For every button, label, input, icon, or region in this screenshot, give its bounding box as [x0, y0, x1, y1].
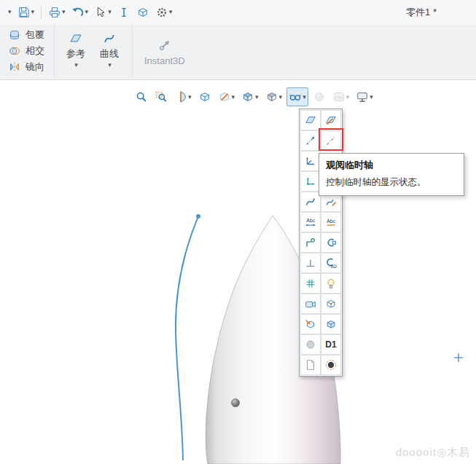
view-bounding-box-toggle[interactable] — [321, 314, 341, 334]
sketch-point-marker[interactable] — [454, 353, 463, 362]
view-planes-toggle[interactable] — [300, 110, 321, 130]
axes-icon — [304, 134, 317, 147]
dimension-name-label: D1 — [325, 339, 336, 350]
zoom-area-button[interactable] — [152, 87, 170, 106]
bounding-box-icon — [324, 318, 338, 331]
view-sheets-toggle[interactable] — [300, 355, 321, 375]
view-curves-toggle[interactable] — [300, 192, 321, 212]
view-coordinate-systems-toggle[interactable] — [300, 151, 321, 171]
annotations-icon — [324, 216, 338, 229]
save-button[interactable]: ▾ — [16, 4, 36, 20]
section-view-button[interactable]: ▾ — [172, 87, 194, 106]
undo-button[interactable]: ▾ — [70, 4, 90, 20]
print-button[interactable]: ▾ — [47, 4, 67, 20]
spline-endpoint[interactable] — [196, 214, 200, 219]
appearance-ball-icon — [313, 90, 326, 103]
chevron-down-icon: ▾ — [279, 94, 283, 101]
coordinate-system-icon — [304, 154, 317, 168]
zoom-fit-button[interactable] — [133, 87, 150, 106]
chevron-down-icon: ▾ — [303, 94, 306, 101]
monitor-icon — [356, 90, 369, 103]
select-button[interactable]: ▾ — [93, 4, 113, 20]
view-decals-toggle[interactable] — [321, 294, 341, 314]
ambient-occlusion-toggle[interactable] — [321, 355, 341, 375]
options-button[interactable]: ▾ — [154, 4, 174, 20]
measure-icon — [117, 6, 130, 19]
ribbon-group-features: 包覆 相交 镜向 — [4, 25, 55, 78]
toolbar-separator — [41, 6, 42, 19]
curves-button[interactable]: 曲线 ▾ — [97, 30, 122, 70]
view-sketch-planes-toggle[interactable] — [321, 232, 341, 253]
view-axes-toggle[interactable] — [300, 130, 321, 151]
instant3d-button[interactable]: Instant3D — [133, 25, 197, 78]
view-3d-sketch-planes-toggle[interactable] — [321, 253, 341, 273]
apply-scene-button[interactable]: ▾ — [330, 87, 352, 106]
wireframe-button[interactable] — [196, 87, 214, 106]
sketch-spline-curve[interactable] — [176, 216, 198, 460]
ribbon-group-reference: 参考 ▾ 曲线 ▾ — [55, 25, 133, 78]
sketch-view-icon — [218, 90, 231, 103]
hide-show-items-button[interactable]: ▾ — [286, 87, 308, 106]
sketches-icon — [324, 195, 338, 208]
gray-ball-icon — [304, 338, 317, 351]
planes-icon — [304, 114, 317, 127]
reference-geometry-button[interactable]: 参考 ▾ — [63, 30, 88, 70]
view-settings-button[interactable]: ▾ — [354, 87, 375, 106]
chevron-down-icon: ▾ — [108, 9, 112, 15]
chevron-down-icon: ▾ — [62, 9, 66, 15]
model-viewport[interactable]: dooooit◎木易 — [0, 80, 476, 464]
mirror-button[interactable]: 镜向 — [6, 60, 47, 74]
view-grid-toggle[interactable] — [300, 273, 321, 294]
display-style-button[interactable]: ▾ — [263, 87, 285, 106]
save-icon — [17, 6, 31, 19]
wrap-button[interactable]: 包覆 — [6, 28, 47, 42]
dimension-names-toggle[interactable]: D1 — [321, 334, 341, 355]
view-live-section-toggle[interactable] — [321, 110, 341, 130]
model-sphere-feature[interactable] — [232, 399, 240, 407]
menu-flyout-button[interactable]: ▾ — [6, 7, 13, 17]
instant3d-label: Instant3D — [144, 55, 185, 66]
tooltip-title: 观阅临时轴 — [326, 159, 457, 172]
chevron-down-icon: ▾ — [169, 9, 173, 15]
ambient-occlusion-icon — [324, 358, 338, 371]
wireframe-cube-icon — [198, 90, 211, 103]
chevron-down-icon: ▾ — [108, 62, 112, 68]
view-lights-toggle[interactable] — [321, 273, 341, 294]
watermark: dooooit◎木易 — [396, 446, 470, 460]
view-dimensions-toggle[interactable] — [300, 212, 321, 232]
gear-icon — [155, 6, 168, 19]
view-annotations-toggle[interactable] — [321, 212, 341, 232]
zoom-fit-icon — [135, 90, 148, 103]
sketch-relations-icon — [304, 236, 317, 249]
sheet-icon — [304, 358, 317, 371]
section-view-icon — [174, 90, 187, 103]
zoom-area-icon — [155, 90, 168, 103]
view-orientation-button[interactable]: ▾ — [239, 87, 261, 106]
dimensions-icon — [304, 216, 317, 229]
edit-appearance-button[interactable] — [311, 87, 328, 106]
chevron-down-icon: ▾ — [232, 94, 235, 101]
live-section-icon — [324, 114, 338, 127]
measure-button[interactable] — [116, 4, 132, 20]
component-button[interactable] — [135, 4, 151, 20]
view-cameras-toggle[interactable] — [300, 294, 321, 314]
view-perpendicular-toggle[interactable] — [300, 253, 321, 273]
sketch-view-button[interactable]: ▾ — [216, 87, 238, 106]
hide-all-types-toggle[interactable] — [300, 334, 321, 355]
curves-icon — [304, 195, 317, 208]
view-temporary-axes-toggle[interactable] — [321, 130, 341, 151]
hide-show-items-flyout: D1 — [299, 109, 343, 377]
chevron-down-icon: ▾ — [85, 9, 89, 15]
mirror-label: 镜向 — [26, 60, 44, 74]
sketch-planes-icon — [324, 236, 338, 249]
reference-plane-icon — [69, 31, 83, 46]
view-sketch-relations-toggle[interactable] — [300, 232, 321, 253]
view-origins-toggle[interactable] — [300, 171, 321, 192]
weld-beads-icon — [304, 318, 317, 331]
heads-up-view-toolbar: ▾ ▾ ▾ ▾ ▾ ▾ ▾ — [133, 87, 375, 106]
cursor-icon — [94, 6, 107, 19]
mirror-icon — [8, 60, 21, 74]
intersect-label: 相交 — [26, 44, 44, 58]
view-weld-beads-toggle[interactable] — [300, 314, 321, 334]
intersect-button[interactable]: 相交 — [6, 44, 47, 58]
